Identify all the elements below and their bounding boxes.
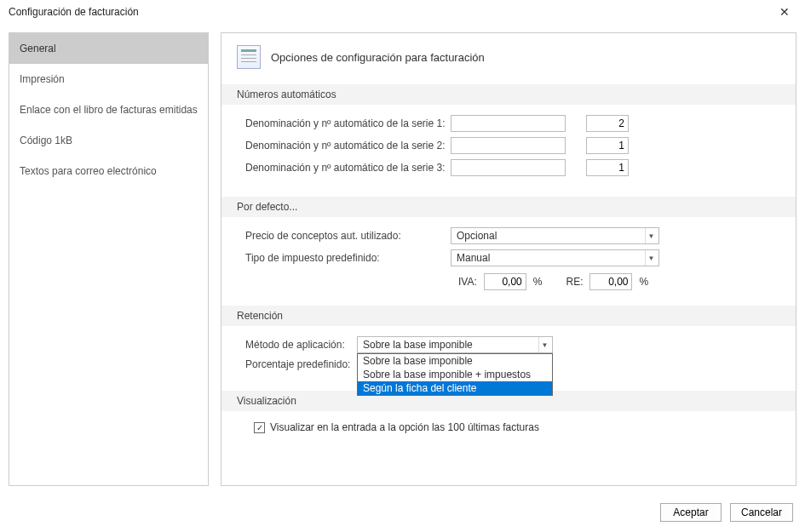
chevron-down-icon: ▼ <box>645 228 657 243</box>
method-select[interactable]: Sobre la base imponible ▼ Sobre la base … <box>357 336 553 353</box>
close-icon[interactable]: ✕ <box>774 5 795 19</box>
section-body-visualization: ✓ Visualizar en la entrada a la opción l… <box>237 421 780 449</box>
sidebar-item-general[interactable]: General <box>9 33 208 64</box>
method-label: Método de aplicación: <box>245 339 352 351</box>
method-option-base[interactable]: Sobre la base imponible <box>358 354 552 368</box>
show-last-invoices-row: ✓ Visualizar en la entrada a la opción l… <box>245 421 772 433</box>
method-option-base-impuestos[interactable]: Sobre la base imponible + impuestos <box>358 368 552 381</box>
titlebar: Configuración de facturación ✕ <box>0 0 805 24</box>
chevron-down-icon: ▼ <box>645 250 657 266</box>
main-panel: Opciones de configuración para facturaci… <box>221 32 796 486</box>
section-header-auto-numbers: Números automáticos <box>221 84 796 105</box>
price-select-value: Opcional <box>457 230 497 242</box>
sidebar-item-codigo-1kb[interactable]: Código 1kB <box>9 125 208 156</box>
chevron-down-icon: ▼ <box>538 337 550 352</box>
method-select-display[interactable]: Sobre la base imponible ▼ <box>357 336 553 353</box>
section-body-auto-numbers: Denominación y nº automático de la serie… <box>237 115 780 197</box>
series-row-1: Denominación y nº automático de la serie… <box>245 115 772 132</box>
show-last-invoices-checkbox[interactable]: ✓ <box>254 422 265 433</box>
re-pct: % <box>639 276 648 288</box>
series-row-2: Denominación y nº automático de la serie… <box>245 137 772 154</box>
re-label: RE: <box>566 276 583 288</box>
content-area: General Impresión Enlace con el libro de… <box>0 24 805 495</box>
series-label-3: Denominación y nº automático de la serie… <box>245 162 446 174</box>
panel-title: Opciones de configuración para facturaci… <box>271 51 485 64</box>
series-row-3: Denominación y nº automático de la serie… <box>245 159 772 176</box>
method-option-ficha-cliente[interactable]: Según la ficha del cliente <box>358 381 552 395</box>
price-label: Precio de conceptos aut. utilizado: <box>245 230 446 242</box>
iva-label: IVA: <box>458 276 477 288</box>
iva-pct: % <box>533 276 543 288</box>
price-row: Precio de conceptos aut. utilizado: Opci… <box>245 227 772 244</box>
window-title: Configuración de facturación <box>9 6 139 18</box>
sidebar: General Impresión Enlace con el libro de… <box>9 32 209 486</box>
re-input[interactable] <box>589 273 632 290</box>
series-label-1: Denominación y nº automático de la serie… <box>245 117 446 129</box>
series-number-input-1[interactable] <box>586 115 629 132</box>
dialog-window: Configuración de facturación ✕ General I… <box>0 0 805 532</box>
sidebar-item-impresion[interactable]: Impresión <box>9 64 208 94</box>
method-dropdown-list: Sobre la base imponible Sobre la base im… <box>357 353 553 396</box>
series-name-input-2[interactable] <box>451 137 566 154</box>
series-label-2: Denominación y nº automático de la serie… <box>245 140 446 152</box>
series-number-input-2[interactable] <box>586 137 629 154</box>
series-name-input-3[interactable] <box>451 159 566 176</box>
sidebar-item-textos-correo[interactable]: Textos para correo electrónico <box>9 156 208 186</box>
tax-type-row: Tipo de impuesto predefinido: Manual ▼ <box>245 249 772 266</box>
method-select-value: Sobre la base imponible <box>363 339 473 351</box>
iva-input[interactable] <box>484 273 526 290</box>
price-select[interactable]: Opcional ▼ <box>451 227 659 244</box>
series-number-input-3[interactable] <box>586 159 629 176</box>
accept-button[interactable]: Aceptar <box>660 503 722 522</box>
section-body-retention: Método de aplicación: Sobre la base impo… <box>237 336 780 391</box>
panel-header: Opciones de configuración para facturaci… <box>237 45 780 69</box>
cancel-button[interactable]: Cancelar <box>730 503 793 522</box>
section-body-defaults: Precio de conceptos aut. utilizado: Opci… <box>237 227 780 306</box>
sidebar-item-enlace-libro-facturas[interactable]: Enlace con el libro de facturas emitidas <box>9 94 208 125</box>
invoice-config-icon <box>237 45 261 69</box>
tax-type-select-value: Manual <box>457 252 490 264</box>
series-name-input-1[interactable] <box>451 115 566 132</box>
section-header-defaults: Por defecto... <box>221 197 796 217</box>
tax-type-select[interactable]: Manual ▼ <box>451 249 659 266</box>
method-row: Método de aplicación: Sobre la base impo… <box>245 336 772 353</box>
dialog-footer: Aceptar Cancelar <box>0 495 805 532</box>
tax-type-label: Tipo de impuesto predefinido: <box>245 252 446 264</box>
retention-pct-label: Porcentaje predefinido: <box>245 358 352 370</box>
show-last-invoices-label: Visualizar en la entrada a la opción las… <box>270 421 539 433</box>
section-header-retention: Retención <box>221 306 796 326</box>
tax-values-row: IVA: % RE: % <box>458 273 772 290</box>
